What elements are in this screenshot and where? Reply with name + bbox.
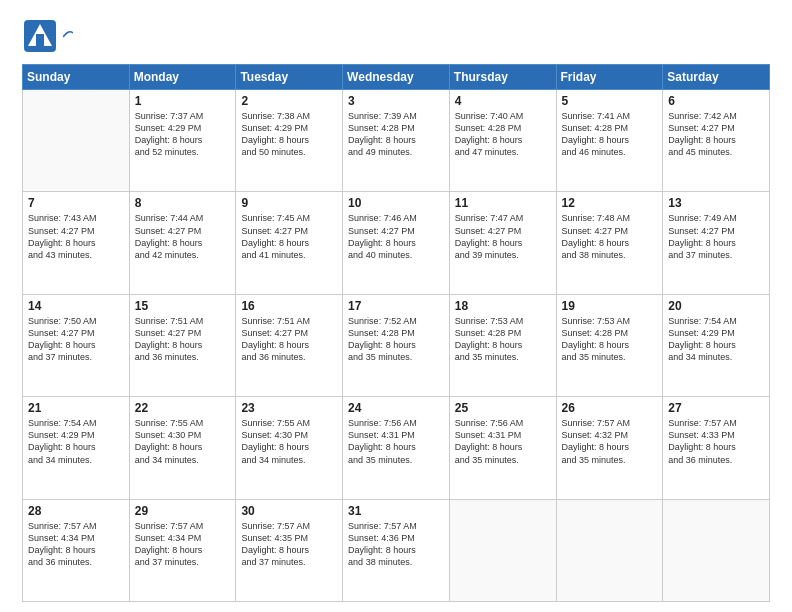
day-info: Sunrise: 7:40 AM Sunset: 4:28 PM Dayligh… (455, 110, 551, 159)
calendar-cell: 11Sunrise: 7:47 AM Sunset: 4:27 PM Dayli… (449, 192, 556, 294)
calendar-cell: 20Sunrise: 7:54 AM Sunset: 4:29 PM Dayli… (663, 294, 770, 396)
day-info: Sunrise: 7:39 AM Sunset: 4:28 PM Dayligh… (348, 110, 444, 159)
calendar-cell: 16Sunrise: 7:51 AM Sunset: 4:27 PM Dayli… (236, 294, 343, 396)
calendar-cell: 9Sunrise: 7:45 AM Sunset: 4:27 PM Daylig… (236, 192, 343, 294)
day-number: 10 (348, 196, 444, 210)
calendar-week-row: 28Sunrise: 7:57 AM Sunset: 4:34 PM Dayli… (23, 499, 770, 601)
calendar-cell: 1Sunrise: 7:37 AM Sunset: 4:29 PM Daylig… (129, 90, 236, 192)
calendar-cell: 19Sunrise: 7:53 AM Sunset: 4:28 PM Dayli… (556, 294, 663, 396)
calendar-cell: 4Sunrise: 7:40 AM Sunset: 4:28 PM Daylig… (449, 90, 556, 192)
day-info: Sunrise: 7:57 AM Sunset: 4:32 PM Dayligh… (562, 417, 658, 466)
day-info: Sunrise: 7:46 AM Sunset: 4:27 PM Dayligh… (348, 212, 444, 261)
logo-wing-icon (63, 29, 73, 39)
day-info: Sunrise: 7:41 AM Sunset: 4:28 PM Dayligh… (562, 110, 658, 159)
day-info: Sunrise: 7:44 AM Sunset: 4:27 PM Dayligh… (135, 212, 231, 261)
calendar-cell: 21Sunrise: 7:54 AM Sunset: 4:29 PM Dayli… (23, 397, 130, 499)
calendar-cell: 31Sunrise: 7:57 AM Sunset: 4:36 PM Dayli… (343, 499, 450, 601)
day-number: 25 (455, 401, 551, 415)
day-number: 24 (348, 401, 444, 415)
day-of-week-header: Monday (129, 65, 236, 90)
calendar-table: SundayMondayTuesdayWednesdayThursdayFrid… (22, 64, 770, 602)
day-info: Sunrise: 7:55 AM Sunset: 4:30 PM Dayligh… (135, 417, 231, 466)
day-info: Sunrise: 7:51 AM Sunset: 4:27 PM Dayligh… (135, 315, 231, 364)
day-number: 20 (668, 299, 764, 313)
calendar-cell: 2Sunrise: 7:38 AM Sunset: 4:29 PM Daylig… (236, 90, 343, 192)
day-of-week-header: Tuesday (236, 65, 343, 90)
day-info: Sunrise: 7:54 AM Sunset: 4:29 PM Dayligh… (28, 417, 124, 466)
calendar-cell: 28Sunrise: 7:57 AM Sunset: 4:34 PM Dayli… (23, 499, 130, 601)
day-info: Sunrise: 7:47 AM Sunset: 4:27 PM Dayligh… (455, 212, 551, 261)
calendar-cell: 27Sunrise: 7:57 AM Sunset: 4:33 PM Dayli… (663, 397, 770, 499)
day-info: Sunrise: 7:50 AM Sunset: 4:27 PM Dayligh… (28, 315, 124, 364)
day-number: 22 (135, 401, 231, 415)
calendar-cell: 12Sunrise: 7:48 AM Sunset: 4:27 PM Dayli… (556, 192, 663, 294)
calendar-cell: 7Sunrise: 7:43 AM Sunset: 4:27 PM Daylig… (23, 192, 130, 294)
day-info: Sunrise: 7:43 AM Sunset: 4:27 PM Dayligh… (28, 212, 124, 261)
day-number: 12 (562, 196, 658, 210)
day-number: 28 (28, 504, 124, 518)
day-of-week-header: Sunday (23, 65, 130, 90)
day-number: 1 (135, 94, 231, 108)
day-info: Sunrise: 7:53 AM Sunset: 4:28 PM Dayligh… (455, 315, 551, 364)
calendar-week-row: 7Sunrise: 7:43 AM Sunset: 4:27 PM Daylig… (23, 192, 770, 294)
day-number: 17 (348, 299, 444, 313)
logo (22, 18, 73, 54)
calendar-cell: 14Sunrise: 7:50 AM Sunset: 4:27 PM Dayli… (23, 294, 130, 396)
page: SundayMondayTuesdayWednesdayThursdayFrid… (0, 0, 792, 612)
day-number: 15 (135, 299, 231, 313)
day-info: Sunrise: 7:52 AM Sunset: 4:28 PM Dayligh… (348, 315, 444, 364)
day-number: 26 (562, 401, 658, 415)
day-of-week-header: Wednesday (343, 65, 450, 90)
calendar-week-row: 21Sunrise: 7:54 AM Sunset: 4:29 PM Dayli… (23, 397, 770, 499)
header (22, 18, 770, 54)
day-info: Sunrise: 7:57 AM Sunset: 4:36 PM Dayligh… (348, 520, 444, 569)
day-info: Sunrise: 7:53 AM Sunset: 4:28 PM Dayligh… (562, 315, 658, 364)
day-info: Sunrise: 7:55 AM Sunset: 4:30 PM Dayligh… (241, 417, 337, 466)
day-number: 13 (668, 196, 764, 210)
day-info: Sunrise: 7:49 AM Sunset: 4:27 PM Dayligh… (668, 212, 764, 261)
calendar-cell (663, 499, 770, 601)
calendar-cell: 25Sunrise: 7:56 AM Sunset: 4:31 PM Dayli… (449, 397, 556, 499)
day-number: 18 (455, 299, 551, 313)
calendar-cell (556, 499, 663, 601)
day-number: 6 (668, 94, 764, 108)
day-info: Sunrise: 7:51 AM Sunset: 4:27 PM Dayligh… (241, 315, 337, 364)
day-info: Sunrise: 7:57 AM Sunset: 4:35 PM Dayligh… (241, 520, 337, 569)
day-info: Sunrise: 7:37 AM Sunset: 4:29 PM Dayligh… (135, 110, 231, 159)
day-number: 11 (455, 196, 551, 210)
calendar-cell: 15Sunrise: 7:51 AM Sunset: 4:27 PM Dayli… (129, 294, 236, 396)
day-number: 27 (668, 401, 764, 415)
calendar-week-row: 14Sunrise: 7:50 AM Sunset: 4:27 PM Dayli… (23, 294, 770, 396)
day-info: Sunrise: 7:38 AM Sunset: 4:29 PM Dayligh… (241, 110, 337, 159)
calendar-cell: 3Sunrise: 7:39 AM Sunset: 4:28 PM Daylig… (343, 90, 450, 192)
calendar-cell: 5Sunrise: 7:41 AM Sunset: 4:28 PM Daylig… (556, 90, 663, 192)
calendar-header-row: SundayMondayTuesdayWednesdayThursdayFrid… (23, 65, 770, 90)
calendar-cell: 30Sunrise: 7:57 AM Sunset: 4:35 PM Dayli… (236, 499, 343, 601)
day-info: Sunrise: 7:45 AM Sunset: 4:27 PM Dayligh… (241, 212, 337, 261)
day-info: Sunrise: 7:57 AM Sunset: 4:34 PM Dayligh… (28, 520, 124, 569)
day-number: 30 (241, 504, 337, 518)
calendar-cell: 29Sunrise: 7:57 AM Sunset: 4:34 PM Dayli… (129, 499, 236, 601)
calendar-cell: 26Sunrise: 7:57 AM Sunset: 4:32 PM Dayli… (556, 397, 663, 499)
day-info: Sunrise: 7:56 AM Sunset: 4:31 PM Dayligh… (348, 417, 444, 466)
calendar-cell: 18Sunrise: 7:53 AM Sunset: 4:28 PM Dayli… (449, 294, 556, 396)
calendar-cell (449, 499, 556, 601)
day-number: 5 (562, 94, 658, 108)
day-info: Sunrise: 7:48 AM Sunset: 4:27 PM Dayligh… (562, 212, 658, 261)
calendar-cell: 22Sunrise: 7:55 AM Sunset: 4:30 PM Dayli… (129, 397, 236, 499)
day-of-week-header: Thursday (449, 65, 556, 90)
calendar-cell: 13Sunrise: 7:49 AM Sunset: 4:27 PM Dayli… (663, 192, 770, 294)
calendar-cell: 8Sunrise: 7:44 AM Sunset: 4:27 PM Daylig… (129, 192, 236, 294)
day-info: Sunrise: 7:57 AM Sunset: 4:34 PM Dayligh… (135, 520, 231, 569)
day-number: 9 (241, 196, 337, 210)
calendar-cell (23, 90, 130, 192)
day-number: 14 (28, 299, 124, 313)
calendar-cell: 24Sunrise: 7:56 AM Sunset: 4:31 PM Dayli… (343, 397, 450, 499)
day-info: Sunrise: 7:42 AM Sunset: 4:27 PM Dayligh… (668, 110, 764, 159)
day-number: 4 (455, 94, 551, 108)
calendar-cell: 23Sunrise: 7:55 AM Sunset: 4:30 PM Dayli… (236, 397, 343, 499)
svg-rect-2 (36, 34, 44, 46)
calendar-cell: 6Sunrise: 7:42 AM Sunset: 4:27 PM Daylig… (663, 90, 770, 192)
day-number: 21 (28, 401, 124, 415)
day-number: 8 (135, 196, 231, 210)
